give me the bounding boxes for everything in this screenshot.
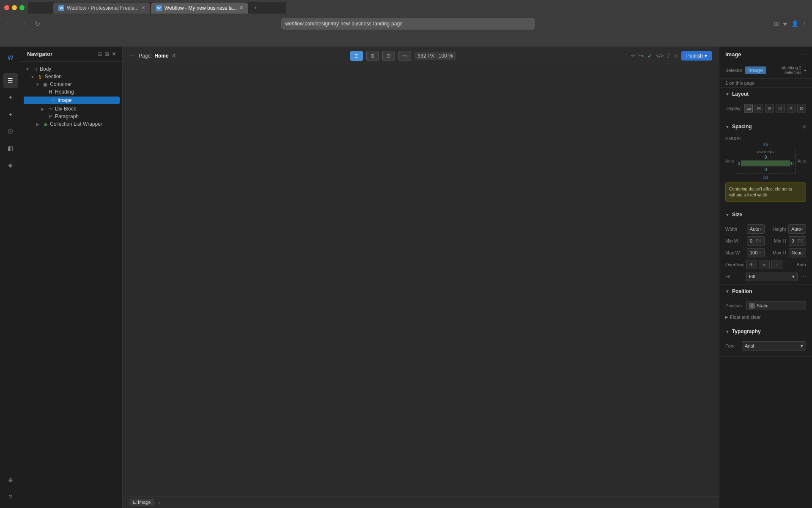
mobile-portrait-btn[interactable]: ▭ [398, 51, 411, 61]
padding-bottom-val[interactable]: 0 [738, 167, 794, 172]
desktop-view-btn[interactable]: ⊡ [350, 51, 363, 61]
spacing-settings-icon[interactable]: ⊞ [803, 124, 806, 129]
fit-select[interactable]: Fill ▾ [746, 272, 798, 281]
tree-item-divblock[interactable]: ▶ ▭ Div Block [21, 105, 122, 113]
position-select[interactable]: ✕ Static [746, 301, 806, 310]
tree-item-image[interactable]: ⊡ Image [24, 97, 120, 104]
typography-section-header[interactable]: ▼ Typography [719, 325, 812, 338]
tools-sidebar: W ☰ ✦ + ⊡ ◧ ◈ ⊕ ? [0, 47, 21, 508]
add-tool[interactable]: + [3, 107, 18, 122]
float-clear-row[interactable]: ▶ Float and clear [725, 313, 806, 321]
selector-chevron-icon[interactable]: ▾ [804, 68, 806, 73]
new-tab-button[interactable]: + [249, 3, 261, 14]
bottom-element-tag[interactable]: ⊡ Image [129, 499, 154, 506]
assets-tool[interactable]: ◧ [3, 141, 18, 156]
position-section-label: Position [732, 288, 752, 294]
spacing-section-header[interactable]: ▼ Spacing ⊞ [719, 120, 812, 133]
maxh-field[interactable]: None [789, 248, 807, 257]
font-select[interactable]: Arial ▾ [742, 341, 806, 351]
selector-inheriting: Inheriting 2 selectors [769, 66, 801, 75]
preview-icon[interactable]: ▷ [674, 52, 678, 59]
browser-toolbar: ← → ↻ webflow.com/design/my-new-business… [0, 15, 812, 33]
redo-icon[interactable]: ↪ [639, 52, 644, 59]
mobile-landscape-btn[interactable]: ⊟ [382, 51, 395, 61]
layout-section-header[interactable]: ▼ Layout [719, 88, 812, 100]
width-field[interactable]: Auto ▾ [747, 224, 765, 234]
minimize-button[interactable] [12, 5, 17, 10]
margin-bottom-value[interactable]: 33 [725, 175, 806, 180]
style-tool[interactable]: ✦ [3, 90, 18, 105]
code-view-icon[interactable]: </> [656, 52, 664, 59]
tab-close-2[interactable]: ✕ [239, 5, 243, 11]
help-tool[interactable]: ? [3, 489, 18, 505]
spacing-middle-row: Auto PADDING 0 0 0 0 Auto [725, 148, 806, 174]
minw-field[interactable]: 0 PX [747, 236, 765, 246]
minh-field[interactable]: 0 PX [789, 236, 807, 246]
typography-chevron-icon: ▼ [725, 329, 730, 334]
webflow-logo: W [3, 50, 18, 65]
share-icon[interactable]: ⤴ [667, 52, 670, 59]
collapse-icon[interactable]: ⊟ [97, 51, 102, 57]
collection-label: Collection List Wrapper [50, 121, 102, 127]
padding-left-val[interactable]: 0 [738, 161, 741, 166]
typography-section-label: Typography [732, 329, 761, 334]
navigator-actions: ⊟ ⊞ ✕ [97, 51, 116, 57]
logic-tool[interactable]: ◈ [3, 157, 18, 173]
position-section-header[interactable]: ▼ Position [719, 285, 812, 298]
refresh-button[interactable]: ↻ [33, 18, 42, 30]
left-auto-label[interactable]: Auto [725, 159, 734, 163]
search-pages-tool[interactable]: ⊕ [3, 472, 18, 488]
overflow-hidden-btn[interactable]: ⌀ [759, 260, 770, 269]
close-navigator-icon[interactable]: ✕ [112, 51, 116, 57]
maxw-field[interactable]: 100 % [747, 248, 765, 257]
padding-label: PADDING [738, 150, 794, 154]
tree-item-section[interactable]: ▼ § Section [21, 73, 122, 80]
margin-top-value[interactable]: 25 [725, 142, 806, 147]
size-section-label: Size [732, 212, 742, 218]
tab-webflow-business[interactable]: W Webflow - My new business la... ✕ [151, 3, 248, 14]
size-section-header[interactable]: ▼ Size [719, 208, 812, 221]
publish-chevron: ▾ [705, 53, 707, 59]
heading-label: Heading [55, 89, 74, 95]
display-inline-btn[interactable]: A [787, 104, 796, 113]
display-inline-block-btn[interactable]: ⊠ [797, 104, 806, 113]
overflow-scroll-btn[interactable]: ↕ [771, 260, 782, 269]
selector-tag[interactable]: Image [745, 66, 766, 74]
overflow-visible-btn[interactable]: 👁 [746, 260, 757, 269]
tree-item-paragraph[interactable]: P Paragraph [21, 113, 122, 120]
tree-item-container[interactable]: ▼ ▣ Container [21, 80, 122, 88]
display-block-btn[interactable]: ▭ [744, 104, 753, 113]
forward-button[interactable]: → [19, 18, 29, 29]
display-grid-btn[interactable]: ⊟ [765, 104, 774, 113]
tab-favicon-1: W [58, 5, 64, 11]
panel-options-icon[interactable]: ⋯ [800, 51, 806, 58]
maximize-button[interactable] [19, 5, 25, 10]
width-label: Width [725, 226, 744, 232]
tablet-view-btn[interactable]: ⊠ [366, 51, 379, 61]
tree-item-collection[interactable]: ▶ ⊞ Collection List Wrapper [21, 120, 122, 128]
height-field[interactable]: Auto ▾ [788, 224, 806, 234]
address-bar[interactable]: webflow.com/design/my-new-business-landi… [281, 18, 535, 30]
fit-options-icon[interactable]: ⋯ [801, 273, 806, 279]
publish-button[interactable]: Publish ▾ [681, 51, 712, 61]
minw-value: 0 [750, 238, 752, 243]
tree-item-body[interactable]: ▼ ◻ Body [21, 65, 122, 73]
padding-top-val[interactable]: 0 [738, 155, 794, 160]
right-auto-label[interactable]: Auto [797, 159, 806, 163]
display-flex-btn[interactable]: ⊞ [754, 104, 763, 113]
refresh-page-icon[interactable]: ↺ [171, 53, 176, 59]
back-button[interactable]: ← [4, 18, 14, 29]
tab-webflow-freelancer[interactable]: W Webflow › Professional Freela... ✕ [53, 3, 150, 14]
display-none-btn[interactable]: ∅ [776, 104, 785, 113]
tab-close-1[interactable]: ✕ [141, 5, 145, 11]
minh-unit: PX [798, 239, 803, 243]
expand-icon[interactable]: ⊞ [104, 51, 109, 57]
cms-tool[interactable]: ⊡ [3, 124, 18, 139]
padding-right-val[interactable]: 0 [791, 161, 794, 166]
undo-icon[interactable]: ↩ [631, 52, 636, 59]
close-button[interactable] [4, 5, 9, 10]
position-x-icon: ✕ [749, 303, 755, 309]
layout-chevron-icon: ▼ [725, 92, 730, 97]
tree-item-heading[interactable]: H Heading [21, 88, 122, 96]
navigator-tool[interactable]: ☰ [3, 73, 18, 88]
